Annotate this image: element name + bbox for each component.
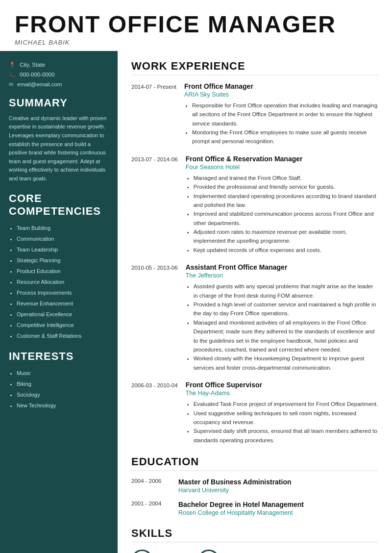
edu-degree-1: Master of Business Administration bbox=[178, 478, 378, 486]
list-item: Monitoring the Front Office employees to… bbox=[192, 128, 378, 146]
location-icon: 📍 bbox=[9, 62, 16, 68]
edu-school-2: Rosen College of Hospitality Management bbox=[178, 509, 378, 516]
competencies-title: CORECOMPETENCIES bbox=[9, 192, 109, 218]
list-item: Team Leadership bbox=[17, 244, 109, 255]
work-details-2: Front Office & Reservation Manager Four … bbox=[186, 155, 378, 255]
edu-dates-2: 2001 - 2004 bbox=[131, 501, 171, 516]
company-name-3: The Jefferson bbox=[186, 272, 378, 279]
edu-dates-1: 2004 - 2006 bbox=[131, 478, 171, 494]
job-bullets-1: Responsible for Front Office operation t… bbox=[184, 101, 378, 146]
company-name-1: ARIA Sky Suites bbox=[184, 91, 378, 98]
work-dates-2: 2013-07 - 2014-06 bbox=[131, 155, 178, 255]
location-text: City, State bbox=[20, 62, 45, 68]
list-item: Evaluated Task Force project of improvem… bbox=[194, 400, 378, 408]
work-dates-3: 2010-05 - 2013-06 bbox=[131, 263, 178, 372]
work-dates-1: 2014-07 - Present bbox=[131, 82, 176, 146]
list-item: Implemented standard operating procedure… bbox=[194, 192, 378, 210]
work-entry-1: 2014-07 - Present Front Office Manager A… bbox=[131, 82, 378, 146]
list-item: Biking bbox=[17, 378, 109, 389]
education-title: EDUCATION bbox=[131, 455, 378, 471]
main-layout: 📍 City, State 📞 000-000-0000 ✉ email@ema… bbox=[0, 51, 392, 553]
list-item: Resource Allocation bbox=[17, 276, 109, 287]
edu-entry-1: 2004 - 2006 Master of Business Administr… bbox=[131, 478, 378, 494]
list-item: Communication bbox=[17, 233, 109, 244]
list-item: Supervised daily shift process, ensured … bbox=[194, 427, 378, 445]
candidate-name: MICHAEL BABIK bbox=[15, 39, 377, 46]
skills-title: SKILLS bbox=[131, 527, 378, 543]
list-item: Sociology bbox=[17, 389, 109, 400]
email-text: email@email.com bbox=[17, 81, 62, 87]
email-item: ✉ email@email.com bbox=[9, 81, 109, 88]
job-bullets-2: Managed and trained the Front Office Sta… bbox=[186, 174, 378, 255]
skill-score-2: 10 bbox=[198, 550, 220, 553]
phone-icon: 📞 bbox=[9, 72, 16, 78]
list-item: Worked closely with the Housekeeping Dep… bbox=[194, 354, 378, 372]
job-title-2: Front Office & Reservation Manager bbox=[186, 155, 378, 163]
list-item: Customer & Staff Relations bbox=[17, 330, 109, 341]
list-item: Music bbox=[17, 368, 109, 378]
skill-score-1: 10 bbox=[131, 550, 153, 553]
company-name-4: The Hay-Adams bbox=[186, 390, 378, 397]
edu-details-2: Bachelor Degree in Hotel Management Rose… bbox=[178, 501, 378, 516]
work-entry-2: 2013-07 - 2014-06 Front Office & Reserva… bbox=[131, 155, 378, 255]
phone-text: 000-000-0000 bbox=[20, 72, 55, 77]
work-entry-4: 2006-03 - 2010-04 Front Office Superviso… bbox=[131, 381, 378, 445]
skills-row: 10 MacOS 10 Windows Operating System bbox=[131, 550, 378, 553]
interests-list: Music Biking Sociology New Technology bbox=[9, 368, 109, 411]
competencies-list: Team Building Communication Team Leaders… bbox=[9, 223, 109, 341]
job-bullets-3: Assisted guests with any special problem… bbox=[186, 282, 378, 372]
list-item: Process Improvements bbox=[17, 287, 109, 298]
job-title-3: Assistant Front Office Manager bbox=[186, 263, 378, 271]
list-item: Provided a high level of customer servic… bbox=[194, 300, 378, 318]
list-item: Team Building bbox=[17, 223, 109, 233]
job-title-4: Front Office Supervisor bbox=[186, 381, 378, 389]
list-item: Managed and trained the Front Office Sta… bbox=[194, 174, 378, 182]
work-entry-3: 2010-05 - 2013-06 Assistant Front Office… bbox=[131, 263, 378, 372]
list-item: Strategic Planning bbox=[17, 255, 109, 266]
page-title: FRONT OFFICE MANAGER bbox=[15, 12, 377, 38]
list-item: Product Education bbox=[17, 266, 109, 276]
header: FRONT OFFICE MANAGER MICHAEL BABIK bbox=[0, 0, 392, 51]
skill-item-1: 10 MacOS bbox=[131, 550, 178, 553]
list-item: Operational Excellence bbox=[17, 309, 109, 320]
list-item: Used suggestive selling techniques to se… bbox=[194, 409, 378, 427]
work-details-4: Front Office Supervisor The Hay-Adams Ev… bbox=[186, 381, 378, 445]
list-item: New Technology bbox=[17, 400, 109, 411]
list-item: Revenue Enhancement bbox=[17, 298, 109, 309]
list-item: Assisted guests with any special problem… bbox=[194, 282, 378, 300]
contact-info: 📍 City, State 📞 000-000-0000 ✉ email@ema… bbox=[9, 62, 109, 88]
work-dates-4: 2006-03 - 2010-04 bbox=[131, 381, 178, 445]
job-title-1: Front Office Manager bbox=[184, 82, 378, 90]
work-details-3: Assistant Front Office Manager The Jeffe… bbox=[186, 263, 378, 372]
work-details-1: Front Office Manager ARIA Sky Suites Res… bbox=[184, 82, 378, 146]
job-bullets-4: Evaluated Task Force project of improvem… bbox=[186, 400, 378, 445]
edu-school-1: Harvard University bbox=[178, 487, 378, 494]
list-item: Adjusted room rates to maximize revenue … bbox=[194, 227, 378, 246]
location-item: 📍 City, State bbox=[9, 62, 109, 68]
phone-item: 📞 000-000-0000 bbox=[9, 72, 109, 78]
company-name-2: Four Seasons Hotel bbox=[186, 164, 378, 171]
list-item: Responsible for Front Office operation t… bbox=[192, 101, 378, 128]
edu-degree-2: Bachelor Degree in Hotel Management bbox=[178, 501, 378, 508]
list-item: Provided the professional and friendly s… bbox=[194, 182, 378, 191]
interests-title: INTERESTS bbox=[9, 350, 109, 363]
list-item: Improved and stabilized communication pr… bbox=[194, 209, 378, 227]
summary-title: SUMMARY bbox=[9, 97, 109, 109]
skill-item-2: 10 Windows Operating System bbox=[198, 550, 274, 553]
list-item: Competitive Intelligence bbox=[17, 320, 109, 330]
edu-entry-2: 2001 - 2004 Bachelor Degree in Hotel Man… bbox=[131, 501, 378, 516]
summary-text: Creative and dynamic leader with proven … bbox=[9, 114, 109, 183]
list-item: Managed and monitored activities of all … bbox=[194, 318, 378, 354]
work-experience-title: WORK EXPERIENCE bbox=[131, 60, 378, 75]
list-item: Kept updated records of office expenses … bbox=[194, 246, 378, 254]
sidebar: 📍 City, State 📞 000-000-0000 ✉ email@ema… bbox=[0, 51, 118, 553]
edu-details-1: Master of Business Administration Harvar… bbox=[178, 478, 378, 494]
main-content: WORK EXPERIENCE 2014-07 - Present Front … bbox=[118, 51, 392, 553]
email-icon: ✉ bbox=[9, 81, 13, 88]
